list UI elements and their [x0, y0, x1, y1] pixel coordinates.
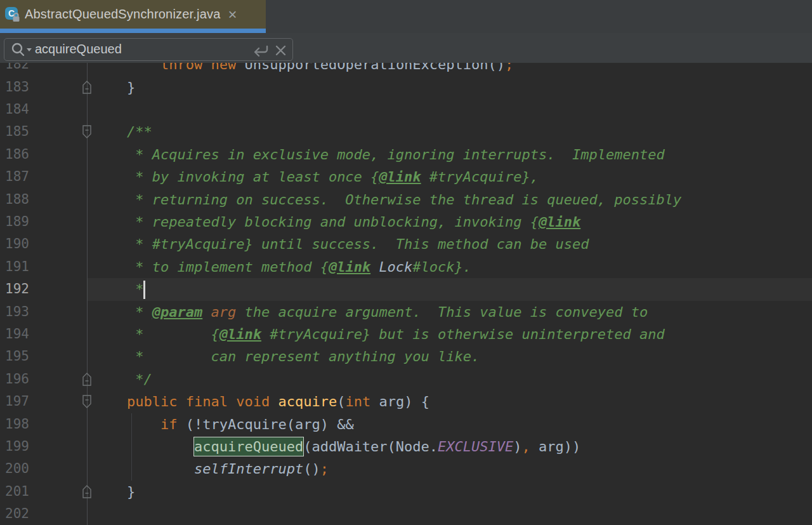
code-line[interactable]: } — [127, 76, 135, 98]
code-segment: } — [127, 484, 135, 500]
line-number[interactable]: 190 — [5, 233, 29, 255]
code-line[interactable]: acquireQueued(addWaiter(Node.EXCLUSIVE),… — [127, 435, 580, 458]
line-number[interactable]: 201 — [5, 481, 29, 503]
code-line[interactable]: throw new UnsupportedOperationException(… — [127, 63, 513, 76]
code-segment: selfInterrupt — [194, 461, 303, 477]
code-line[interactable]: * #tryAcquire} until success. This metho… — [127, 233, 589, 255]
code-segment: int — [345, 394, 370, 409]
line-number[interactable]: 187 — [5, 166, 29, 188]
code-segment: Lock — [379, 259, 412, 275]
code-line[interactable]: public final void acquire(int arg) { — [127, 390, 429, 413]
line-number[interactable]: 196 — [5, 368, 29, 390]
code-segment — [127, 416, 160, 432]
code-line[interactable]: * — [127, 278, 144, 300]
clear-search-icon[interactable] — [273, 44, 289, 58]
line-number[interactable]: 200 — [5, 458, 29, 480]
code-line[interactable]: selfInterrupt(); — [127, 458, 329, 480]
code-segment: throw — [160, 63, 202, 72]
fold-start-icon[interactable] — [82, 395, 91, 408]
code-segment: @link — [379, 169, 421, 185]
search-icon[interactable] — [10, 42, 34, 58]
code-segment: * repeatedly blocking and unblocking, in… — [127, 214, 539, 230]
code-segment: } — [127, 79, 135, 95]
line-number[interactable]: 193 — [5, 301, 29, 323]
code-segment: void — [236, 394, 270, 409]
code-segment: * #tryAcquire} until success. This metho… — [127, 236, 589, 252]
line-number[interactable]: 195 — [5, 345, 29, 368]
code-line[interactable]: * can represent anything you like. — [127, 345, 480, 368]
line-number[interactable]: 185 — [5, 121, 29, 143]
code-segment: @link — [329, 259, 370, 275]
line-number[interactable]: 198 — [5, 413, 29, 435]
code-line[interactable]: /** — [127, 121, 152, 143]
code-line[interactable]: * @param arg the acquire argument. This … — [127, 301, 648, 323]
java-class-icon: C — [5, 6, 20, 23]
line-number[interactable]: 199 — [5, 435, 29, 458]
code-segment: UnsupportedOperationException() — [236, 63, 505, 72]
fold-end-icon[interactable] — [82, 373, 91, 386]
line-number[interactable]: 182 — [5, 63, 29, 76]
line-number[interactable]: 188 — [5, 189, 29, 211]
search-query-text[interactable]: acquireQueued — [35, 39, 122, 60]
search-match-highlight: acquireQueued — [194, 437, 303, 456]
code-segment: the acquire argument. This value is conv… — [236, 304, 648, 320]
code-segment: new — [211, 63, 236, 72]
code-segment: ; — [505, 63, 513, 72]
code-segment: (addWaiter(Node. — [303, 439, 438, 455]
tab-close-icon[interactable]: × — [228, 8, 237, 21]
code-line[interactable]: } — [127, 481, 135, 503]
code-line[interactable]: * Acquires in exclusive mode, ignoring i… — [127, 143, 665, 166]
find-toolbar: acquireQueued — [0, 33, 812, 63]
code-segment — [127, 63, 160, 72]
code-segment: arg) { — [370, 394, 429, 409]
line-number[interactable]: 191 — [5, 256, 29, 278]
code-segment: #tryAcquire} but is otherwise uninterpre… — [261, 326, 665, 342]
code-segment: #tryAcquire}, — [421, 169, 539, 185]
code-segment: * — [127, 281, 144, 297]
code-segment: @param — [152, 304, 202, 320]
readonly-lock-icon — [12, 13, 20, 22]
editor-tab-bar: C AbstractQueuedSynchronizer.java × — [0, 0, 812, 33]
code-line[interactable]: * by invoking at least once {@link #tryA… — [127, 166, 539, 188]
fold-end-icon[interactable] — [82, 485, 91, 498]
editor-tab[interactable]: C AbstractQueuedSynchronizer.java × — [0, 0, 266, 33]
line-number[interactable]: 183 — [5, 76, 29, 98]
code-segment: @link — [539, 214, 580, 230]
code-segment: ) — [513, 439, 521, 455]
code-editor[interactable]: 182 throw new UnsupportedOperationExcept… — [0, 63, 812, 525]
code-line[interactable]: * {@link #tryAcquire} but is otherwise u… — [127, 323, 665, 345]
caret-row-highlight — [87, 278, 812, 301]
code-segment: * by invoking at least once { — [127, 169, 379, 185]
code-segment: @link — [219, 326, 261, 342]
code-segment: acquire — [278, 394, 337, 409]
search-input[interactable]: acquireQueued — [4, 38, 293, 61]
line-number[interactable]: 186 — [5, 143, 29, 166]
insert-newline-icon[interactable] — [251, 43, 272, 58]
code-segment: final — [186, 394, 228, 409]
code-line[interactable]: * returning on success. Otherwise the th… — [127, 189, 681, 211]
line-number[interactable]: 189 — [5, 211, 29, 233]
tab-title: AbstractQueuedSynchronizer.java — [25, 7, 221, 22]
code-segment: arg — [211, 304, 236, 320]
code-line[interactable]: * repeatedly blocking and unblocking, in… — [127, 211, 580, 233]
line-number[interactable]: 192 — [5, 278, 29, 300]
line-number[interactable]: 197 — [5, 390, 29, 413]
code-segment — [270, 394, 278, 409]
code-line[interactable]: if (!tryAcquire(arg) && — [127, 413, 354, 435]
code-line[interactable]: */ — [127, 368, 152, 390]
code-segment: EXCLUSIVE — [438, 439, 513, 455]
code-segment: public — [127, 394, 177, 409]
code-segment: /** — [127, 124, 152, 140]
line-number[interactable]: 184 — [5, 98, 29, 121]
code-segment — [370, 259, 379, 275]
code-line[interactable]: * to implement method {@link Lock#lock}. — [127, 256, 471, 278]
code-segment: * returning on success. Otherwise the th… — [127, 192, 681, 208]
line-number[interactable]: 194 — [5, 323, 29, 345]
code-segment: () — [303, 461, 320, 477]
fold-end-icon[interactable] — [82, 81, 91, 94]
fold-start-icon[interactable] — [82, 125, 91, 138]
code-segment — [202, 63, 211, 72]
code-segment: arg)) — [530, 439, 580, 455]
line-number[interactable]: 202 — [5, 503, 29, 525]
ide-window: C AbstractQueuedSynchronizer.java × acqu… — [0, 0, 812, 525]
